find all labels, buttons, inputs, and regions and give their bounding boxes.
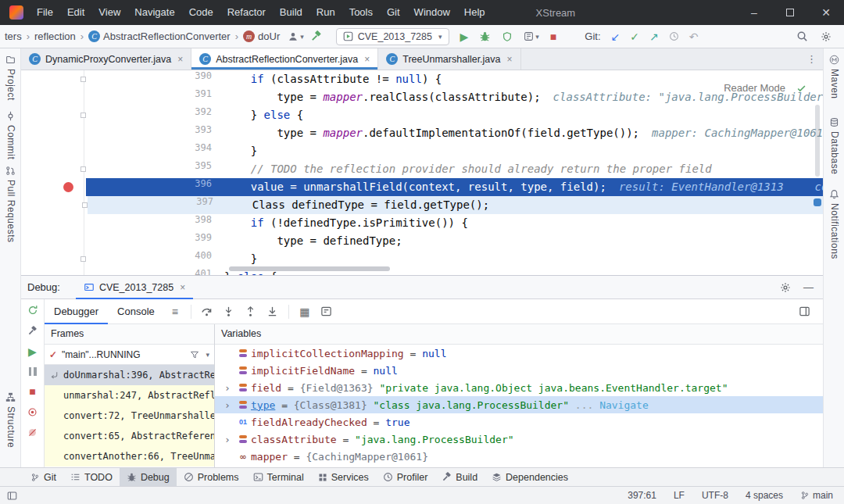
breadcrumb-item[interactable]: mdoUr <box>241 30 281 42</box>
editor-line-391[interactable]: 391 type = mapper.realClass(classAttribu… <box>21 88 823 106</box>
evaluate-expression-button[interactable] <box>316 306 338 317</box>
threads-view-icon[interactable]: ▦ <box>294 306 316 318</box>
gutter[interactable]: 400 <box>21 250 224 268</box>
tool-window-button-services[interactable]: Services <box>311 468 376 487</box>
stop-button[interactable]: ■ <box>550 31 556 42</box>
line-number[interactable]: 395 <box>195 160 212 171</box>
variable-row-mapper[interactable]: ∞ mapper = {CachingMapper@1061} <box>215 448 823 465</box>
menu-navigate[interactable]: Navigate <box>127 0 181 25</box>
tool-stripe-maven[interactable]: Maven <box>824 55 844 99</box>
menu-build[interactable]: Build <box>273 0 309 25</box>
debug-wrench-icon[interactable] <box>27 326 38 336</box>
menu-run[interactable]: Run <box>309 0 342 25</box>
tool-window-button-terminal[interactable]: Terminal <box>246 468 311 487</box>
rerun-button[interactable] <box>27 305 38 316</box>
line-number[interactable]: 397 <box>196 196 213 207</box>
mute-breakpoints-button[interactable] <box>27 427 38 438</box>
settings-button[interactable] <box>821 31 831 42</box>
tool-window-button-build[interactable]: Build <box>435 468 485 487</box>
tool-window-button-profiler[interactable]: Profiler <box>376 468 435 487</box>
tool-window-button-debug[interactable]: Debug <box>120 468 177 487</box>
stop-session-button[interactable]: ■ <box>29 386 35 397</box>
step-over-button[interactable] <box>196 306 218 317</box>
resume-button[interactable]: ▶ <box>28 346 37 357</box>
tool-stripe-pull-requests[interactable]: Pull Requests <box>0 166 21 243</box>
debug-session-tab[interactable]: CVE_2013_7285 × <box>76 276 193 299</box>
editor-line-394[interactable]: 394 } <box>21 142 823 160</box>
search-everywhere-button[interactable] <box>796 30 808 42</box>
gutter[interactable]: 401 <box>21 268 224 275</box>
menu-view[interactable]: View <box>91 0 127 25</box>
variable-name[interactable]: field <box>251 382 281 394</box>
line-number[interactable]: 399 <box>195 232 212 243</box>
editor-tab-abstractreflectionconverter-java[interactable]: CAbstractReflectionConverter.java× <box>191 48 378 70</box>
variable-name[interactable]: mapper <box>251 451 288 463</box>
variable-row-implicitFieldName[interactable]: implicitFieldName = null <box>215 362 823 379</box>
line-number[interactable]: 394 <box>195 142 212 153</box>
gutter[interactable]: 393 <box>21 124 224 142</box>
tab-options-icon[interactable]: ⋮ <box>806 48 823 70</box>
run-button[interactable]: ▶ <box>460 31 469 42</box>
close-icon[interactable]: × <box>177 54 183 65</box>
close-button[interactable]: ✕ <box>808 0 844 25</box>
gutter[interactable]: 392 <box>21 106 224 124</box>
push-button[interactable]: ↗ <box>649 31 659 42</box>
variable-row-classAttribute[interactable]: › classAttribute = "java.lang.ProcessBui… <box>215 431 823 448</box>
run-config-selector[interactable]: CVE_2013_7285 ▾ <box>336 28 449 45</box>
gutter[interactable]: 398 <box>21 214 224 232</box>
debug-settings-icon[interactable] <box>780 282 791 293</box>
editor-line-399[interactable]: 399 type = definedType; <box>21 232 823 250</box>
variable-row-fieldAlreadyChecked[interactable]: 01 fieldAlreadyChecked = true <box>215 413 823 431</box>
maximize-button[interactable] <box>772 0 808 25</box>
line-separator[interactable]: LF <box>674 490 685 501</box>
tool-stripe-structure[interactable]: Structure <box>0 392 21 448</box>
line-number[interactable]: 393 <box>195 124 212 135</box>
gutter[interactable]: 395 <box>21 160 224 178</box>
menu-refactor[interactable]: Refactor <box>220 0 273 25</box>
variable-name[interactable]: classAttribute <box>251 434 337 445</box>
update-project-button[interactable]: ↙ <box>611 31 620 42</box>
editor-line-393[interactable]: 393 type = mapper.defaultImplementationO… <box>21 124 823 142</box>
gutter[interactable]: 391 <box>21 88 224 106</box>
profile-icon[interactable] <box>288 31 299 42</box>
tool-stripe-notifications[interactable]: Notifications <box>824 189 844 259</box>
layout-options-icon[interactable]: ≡ <box>164 306 186 318</box>
menu-git[interactable]: Git <box>380 0 407 25</box>
editor-line-390[interactable]: 390 if (classAttribute != null) { <box>21 70 823 88</box>
frame-row[interactable]: convertAnother:66, TreeUnmars <box>45 446 214 466</box>
thread-selector[interactable]: ✓ "main"...RUNNING ▾ <box>45 345 214 365</box>
tab-console[interactable]: Console <box>108 299 164 324</box>
line-number[interactable]: 400 <box>195 250 212 261</box>
caret-position[interactable]: 397:61 <box>628 490 656 501</box>
expand-chevron-icon[interactable]: › <box>220 382 235 394</box>
layout-toggle-icon[interactable] <box>7 491 17 501</box>
variable-name[interactable]: implicitFieldName <box>251 365 355 377</box>
build-project-button[interactable] <box>310 30 322 42</box>
variable-name[interactable]: type <box>251 399 275 411</box>
variable-row-field[interactable]: › field = {Field@1363} "private java.lan… <box>215 379 823 396</box>
run-to-cursor-button[interactable] <box>262 306 284 317</box>
editor-tab-treeunmarshaller-java[interactable]: CTreeUnmarshaller.java× <box>378 48 520 70</box>
git-branch-widget[interactable]: main <box>800 490 833 501</box>
variable-name[interactable]: fieldAlreadyChecked <box>251 416 367 428</box>
tool-stripe-commit[interactable]: Commit <box>0 111 21 159</box>
editor-line-397[interactable]: 397 Class definedType = field.getType(); <box>23 196 823 214</box>
variable-row-type[interactable]: › type = {Class@1381} "class java.lang.P… <box>215 396 823 413</box>
menu-edit[interactable]: Edit <box>60 0 91 25</box>
menu-window[interactable]: Window <box>407 0 457 25</box>
hide-panel-button[interactable]: — <box>803 281 814 293</box>
history-icon[interactable] <box>669 31 679 41</box>
step-into-button[interactable] <box>218 306 240 317</box>
gutter[interactable]: 397 <box>23 196 226 214</box>
pause-button[interactable] <box>29 367 37 376</box>
breadcrumb-item[interactable]: ters <box>3 30 23 42</box>
frame-row[interactable]: unmarshal:247, AbstractReflect <box>45 385 214 406</box>
breakpoint-icon[interactable] <box>63 182 73 192</box>
frame-row[interactable]: convert:72, TreeUnmarshaller ( <box>45 406 214 426</box>
debug-button[interactable] <box>479 30 491 42</box>
filter-funnel-icon[interactable] <box>190 350 199 359</box>
editor-line-400[interactable]: 400 } <box>21 250 823 268</box>
variable-row-implicitCollectionMapping[interactable]: implicitCollectionMapping = null <box>215 345 823 362</box>
line-number[interactable]: 391 <box>195 88 212 99</box>
close-icon[interactable]: × <box>180 282 185 293</box>
